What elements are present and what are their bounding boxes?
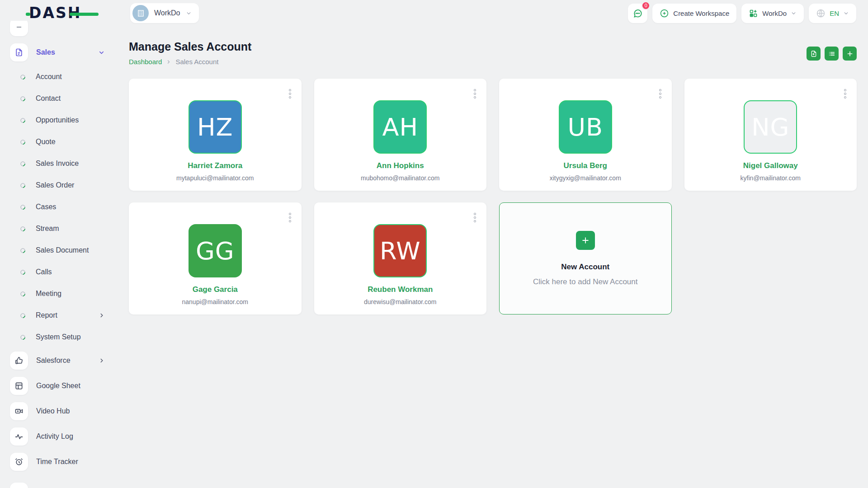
sidebar-item-cases[interactable]: Cases — [10, 196, 118, 218]
sidebar-item-opportunities[interactable]: Opportunities — [10, 109, 118, 131]
messages-button[interactable]: 0 — [628, 4, 647, 23]
sidebar-item-salesforce[interactable]: Salesforce — [10, 348, 118, 373]
chat-bubble-icon — [632, 8, 643, 19]
plus-circle-icon — [660, 9, 669, 18]
workdo-menu-label: WorkDo — [762, 9, 787, 17]
card-menu-button[interactable] — [288, 211, 292, 224]
list-icon — [828, 50, 835, 57]
account-avatar: NG — [744, 100, 797, 154]
sidebar-item-quote[interactable]: Quote — [10, 131, 118, 153]
sidebar-item-label: Contact — [36, 94, 61, 103]
bullet-icon — [19, 182, 27, 189]
account-name-link[interactable]: Nigel Galloway — [743, 161, 798, 170]
thumbs-up-icon — [10, 352, 28, 370]
account-card: NG Nigel Galloway kyfin@mailinator.com — [684, 79, 857, 191]
export-button[interactable] — [807, 47, 821, 61]
create-workspace-button[interactable]: Create Workspace — [652, 4, 736, 23]
account-name-link[interactable]: Reuben Workman — [368, 285, 433, 294]
table-icon — [10, 377, 28, 395]
add-account-button[interactable] — [843, 47, 857, 61]
account-email: mubohomo@mailinator.com — [361, 174, 440, 182]
card-menu-button[interactable] — [472, 88, 477, 100]
account-email: nanupi@mailinator.com — [182, 298, 248, 305]
topbar-actions: 0 Create Workspace WorkDo EN — [628, 4, 856, 23]
sidebar-item-label: Cases — [36, 203, 56, 211]
bullet-icon — [19, 203, 27, 211]
sidebar-item-sales[interactable]: Sales — [10, 41, 118, 64]
account-card: GG Gage Garcia nanupi@mailinator.com — [129, 202, 302, 314]
account-name-link[interactable]: Ann Hopkins — [377, 161, 424, 170]
accounts-grid: HZ Harriet Zamora mytapuluci@mailinator.… — [129, 79, 857, 314]
sidebar-item-label: Quote — [36, 138, 56, 146]
account-card: HZ Harriet Zamora mytapuluci@mailinator.… — [129, 79, 302, 191]
card-menu-button[interactable] — [658, 88, 663, 100]
account-card: UB Ursula Berg xitygyxig@mailinator.com — [499, 79, 672, 191]
app-logo: DASH — [29, 4, 89, 22]
sidebar-item-partial-top[interactable] — [10, 21, 118, 39]
sidebar-item-contact[interactable]: Contact — [10, 88, 118, 109]
sidebar-item-meeting[interactable]: Meeting — [10, 283, 118, 305]
page-header: Manage Sales Account Dashboard Sales Acc… — [129, 26, 857, 66]
sidebar-item-label: Salesforce — [36, 357, 71, 365]
chevron-right-icon — [166, 59, 171, 65]
breadcrumb-dashboard-link[interactable]: Dashboard — [129, 58, 162, 66]
workspace-switcher[interactable]: WorkDo — [130, 3, 199, 23]
sidebar-item-label: Sales Order — [36, 181, 74, 189]
dash-icon — [10, 21, 28, 36]
logo-dash-bar — [70, 13, 99, 16]
sidebar-item-label: Activity Log — [36, 432, 73, 441]
new-account-card[interactable]: New Account Click here to add New Accoun… — [499, 202, 672, 314]
globe-icon — [816, 9, 826, 18]
sidebar-item-partial-bottom[interactable] — [10, 479, 118, 488]
sidebar-item-sales-document[interactable]: Sales Document — [10, 239, 118, 261]
chevron-right-icon — [99, 357, 105, 364]
language-selector[interactable]: EN — [809, 4, 856, 23]
sidebar-item-sales-order[interactable]: Sales Order — [10, 174, 118, 196]
bullet-icon — [19, 95, 27, 102]
sidebar-item-label: Time Tracker — [36, 458, 78, 466]
account-name-link[interactable]: Ursula Berg — [564, 161, 607, 170]
account-card: RW Reuben Workman durewisu@mailinator.co… — [314, 202, 487, 314]
dash-icon — [10, 483, 28, 488]
language-label: EN — [830, 9, 839, 17]
list-view-button[interactable] — [825, 47, 839, 61]
topbar: DASH WorkDo 0 Create Workspace WorkDo — [0, 0, 868, 26]
account-avatar: AH — [373, 100, 427, 154]
logo-dash-dot — [26, 13, 30, 16]
sidebar-item-report[interactable]: Report — [10, 305, 118, 326]
account-name-link[interactable]: Gage Garcia — [193, 285, 238, 294]
card-menu-button[interactable] — [288, 88, 292, 100]
sidebar: Sales Account Contact Opportunities Quot… — [0, 21, 118, 488]
bullet-icon — [19, 268, 27, 276]
sidebar-item-label: Video Hub — [36, 407, 70, 415]
main-content: Manage Sales Account Dashboard Sales Acc… — [129, 26, 857, 314]
sidebar-item-label: Stream — [36, 225, 59, 233]
card-menu-button[interactable] — [472, 211, 477, 224]
account-email: kyfin@mailinator.com — [741, 174, 801, 182]
video-camera-icon — [10, 402, 28, 420]
chevron-down-icon — [186, 10, 192, 16]
sidebar-item-system-setup[interactable]: System Setup — [10, 326, 118, 348]
sidebar-item-label: Meeting — [36, 290, 61, 298]
account-avatar: HZ — [189, 100, 242, 154]
grid-plus-icon — [749, 9, 758, 18]
sidebar-item-video-hub[interactable]: Video Hub — [10, 399, 118, 424]
sidebar-item-google-sheet[interactable]: Google Sheet — [10, 373, 118, 399]
account-name-link[interactable]: Harriet Zamora — [188, 161, 242, 170]
sidebar-item-account[interactable]: Account — [10, 66, 118, 88]
sidebar-item-sales-invoice[interactable]: Sales Invoice — [10, 153, 118, 174]
sidebar-item-stream[interactable]: Stream — [10, 218, 118, 239]
page-actions — [807, 47, 857, 61]
account-avatar: GG — [189, 224, 242, 277]
workdo-menu-button[interactable]: WorkDo — [741, 4, 804, 23]
account-email: mytapuluci@mailinator.com — [176, 174, 254, 182]
document-icon — [10, 43, 28, 61]
sidebar-item-activity-log[interactable]: Activity Log — [10, 424, 118, 449]
sidebar-item-time-tracker[interactable]: Time Tracker — [10, 449, 118, 474]
bullet-icon — [19, 247, 27, 254]
card-menu-button[interactable] — [843, 88, 848, 100]
chevron-right-icon — [99, 312, 105, 319]
sidebar-item-calls[interactable]: Calls — [10, 261, 118, 283]
new-account-subtitle: Click here to add New Account — [533, 277, 638, 286]
building-icon — [137, 9, 145, 18]
